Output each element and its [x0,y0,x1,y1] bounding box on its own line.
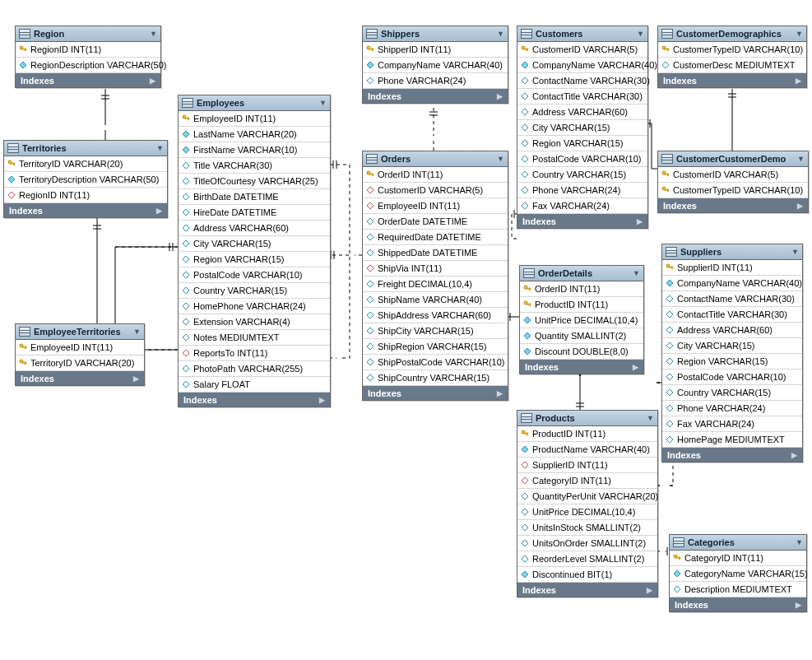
indexes-footer[interactable]: Indexes▶ [16,73,160,87]
expand-icon[interactable]: ▶ [797,202,803,210]
column-row[interactable]: CustomerTypeID VARCHAR(10) [658,183,808,198]
entity-header[interactable]: Customers▼ [517,26,647,42]
entity-header[interactable]: Orders▼ [363,151,508,167]
collapse-icon[interactable]: ▼ [497,30,504,38]
column-row[interactable]: Extension VARCHAR(4) [179,314,330,330]
column-row[interactable]: City VARCHAR(15) [517,120,647,136]
column-row[interactable]: RegionDescription VARCHAR(50) [16,58,160,73]
column-row[interactable]: ContactName VARCHAR(30) [662,291,802,307]
column-row[interactable]: OrderID INT(11) [363,167,508,183]
collapse-icon[interactable]: ▼ [791,248,799,256]
entity-header[interactable]: Shippers▼ [363,26,508,42]
column-row[interactable]: RegionID INT(11) [4,188,167,203]
column-row[interactable]: City VARCHAR(15) [179,236,330,252]
collapse-icon[interactable]: ▼ [150,30,157,38]
column-row[interactable]: ShipRegion VARCHAR(15) [363,339,508,355]
column-row[interactable]: TitleOfCourtesy VARCHAR(25) [179,174,330,189]
column-row[interactable]: OrderDate DATETIME [363,214,508,230]
column-row[interactable]: Discontinued BIT(1) [517,567,657,583]
indexes-footer[interactable]: Indexes▶ [658,73,806,87]
column-row[interactable]: UnitPrice DECIMAL(10,4) [520,313,643,328]
entity-employees[interactable]: Employees▼EmployeeID INT(11)LastName VAR… [178,95,331,407]
column-row[interactable]: SupplierID INT(11) [517,458,657,473]
column-row[interactable]: PhotoPath VARCHAR(255) [179,361,330,377]
column-row[interactable]: SupplierID INT(11) [662,260,802,276]
column-row[interactable]: Address VARCHAR(60) [662,323,802,338]
column-row[interactable]: CompanyName VARCHAR(40) [363,58,508,73]
column-row[interactable]: ProductID INT(11) [517,426,657,442]
entity-region[interactable]: Region▼RegionID INT(11)RegionDescription… [15,26,161,88]
expand-icon[interactable]: ▶ [796,77,801,85]
collapse-icon[interactable]: ▼ [497,155,504,163]
entity-header[interactable]: Suppliers▼ [662,244,802,260]
column-row[interactable]: CustomerID VARCHAR(5) [658,167,808,183]
column-row[interactable]: EmployeeID INT(11) [179,111,330,127]
indexes-footer[interactable]: Indexes▶ [179,393,330,407]
column-row[interactable]: Discount DOUBLE(8,0) [520,344,643,360]
entity-empterr[interactable]: EmployeeTerritories▼EmployeeID INT(11)Te… [15,323,145,386]
column-row[interactable]: UnitPrice DECIMAL(10,4) [517,504,657,520]
column-row[interactable]: ContactName VARCHAR(30) [517,73,647,89]
column-row[interactable]: ProductName VARCHAR(40) [517,442,657,458]
column-row[interactable]: Notes MEDIUMTEXT [179,330,330,346]
column-row[interactable]: UnitsOnOrder SMALLINT(2) [517,536,657,551]
collapse-icon[interactable]: ▼ [133,328,141,336]
column-row[interactable]: RequiredDate DATETIME [363,230,508,245]
column-row[interactable]: ReportsTo INT(11) [179,346,330,361]
column-row[interactable]: Phone VARCHAR(24) [363,73,508,89]
indexes-footer[interactable]: Indexes▶ [363,89,508,103]
column-row[interactable]: UnitsInStock SMALLINT(2) [517,520,657,536]
column-row[interactable]: PostalCode VARCHAR(10) [662,370,802,385]
column-row[interactable]: Salary FLOAT [179,377,330,393]
expand-icon[interactable]: ▶ [497,92,503,100]
column-row[interactable]: Region VARCHAR(15) [517,136,647,151]
column-row[interactable]: ProductID INT(11) [520,297,643,313]
column-row[interactable]: ContactTitle VARCHAR(30) [662,307,802,323]
column-row[interactable]: TerritoryDescription VARCHAR(50) [4,172,167,188]
indexes-footer[interactable]: Indexes▶ [662,448,802,462]
column-row[interactable]: ShipCity VARCHAR(15) [363,323,508,339]
column-row[interactable]: CustomerID VARCHAR(5) [517,42,647,58]
column-row[interactable]: Quantity SMALLINT(2) [520,328,643,344]
entity-header[interactable]: Territories▼ [4,141,167,156]
column-row[interactable]: Region VARCHAR(15) [179,252,330,267]
entity-header[interactable]: CustomerCustomerDemo▼ [658,151,808,167]
column-row[interactable]: RegionID INT(11) [16,42,160,58]
expand-icon[interactable]: ▶ [156,207,162,215]
collapse-icon[interactable]: ▼ [797,155,805,163]
collapse-icon[interactable]: ▼ [796,538,803,546]
indexes-footer[interactable]: Indexes▶ [520,360,643,374]
column-row[interactable]: CategoryID INT(11) [517,473,657,489]
entity-products[interactable]: Products▼ProductID INT(11)ProductName VA… [517,410,658,597]
column-row[interactable]: ShipName VARCHAR(40) [363,292,508,308]
entity-header[interactable]: OrderDetails▼ [520,266,643,281]
indexes-footer[interactable]: Indexes▶ [517,583,657,597]
column-row[interactable]: CategoryID INT(11) [670,551,806,566]
column-row[interactable]: Title VARCHAR(30) [179,158,330,174]
column-row[interactable]: PostalCode VARCHAR(10) [179,267,330,283]
column-row[interactable]: HireDate DATETIME [179,205,330,221]
column-row[interactable]: ReorderLevel SMALLINT(2) [517,551,657,567]
column-row[interactable]: ShipPostalCode VARCHAR(10) [363,355,508,370]
collapse-icon[interactable]: ▼ [633,269,640,277]
entity-shippers[interactable]: Shippers▼ShipperID INT(11)CompanyName VA… [362,26,508,104]
column-row[interactable]: HomePage MEDIUMTEXT [662,432,802,448]
column-row[interactable]: QuantityPerUnit VARCHAR(20) [517,489,657,504]
entity-header[interactable]: Region▼ [16,26,160,42]
entity-header[interactable]: Products▼ [517,411,657,426]
column-row[interactable]: CompanyName VARCHAR(40) [662,276,802,291]
column-row[interactable]: Fax VARCHAR(24) [517,198,647,214]
collapse-icon[interactable]: ▼ [796,30,803,38]
column-row[interactable]: ShipCountry VARCHAR(15) [363,370,508,386]
indexes-footer[interactable]: Indexes▶ [658,198,808,212]
collapse-icon[interactable]: ▼ [637,30,644,38]
column-row[interactable]: Country VARCHAR(15) [179,283,330,299]
entity-custdemo[interactable]: CustomerDemographics▼CustomerTypeID VARC… [657,26,807,88]
entity-customers[interactable]: Customers▼CustomerID VARCHAR(5)CompanyNa… [517,26,648,229]
entity-header[interactable]: EmployeeTerritories▼ [16,324,144,340]
column-row[interactable]: CategoryName VARCHAR(15) [670,566,806,582]
column-row[interactable]: Phone VARCHAR(24) [517,183,647,198]
expand-icon[interactable]: ▶ [319,396,325,404]
column-row[interactable]: PostalCode VARCHAR(10) [517,151,647,167]
column-row[interactable]: CustomerTypeID VARCHAR(10) [658,42,806,58]
